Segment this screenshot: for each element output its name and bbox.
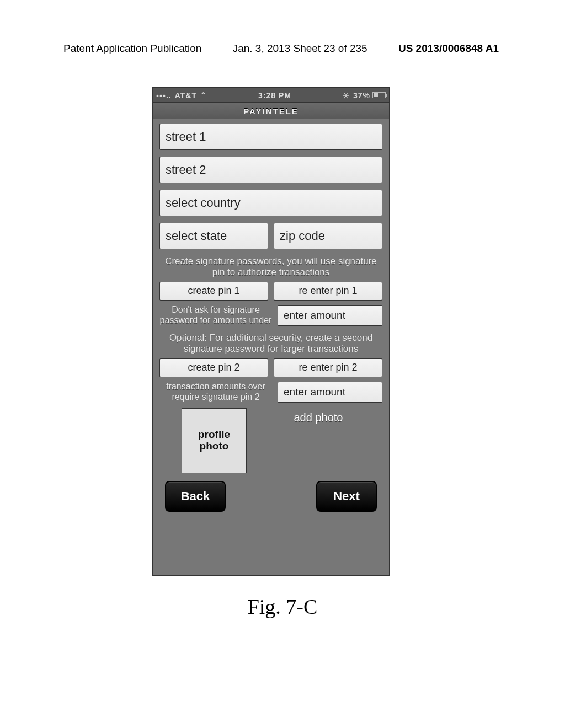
figure-caption: Fig. 7-C [0,595,565,619]
add-photo-label: add photo [294,411,343,424]
pin2-over-label: transaction amounts over require signatu… [159,382,272,402]
country-select[interactable]: select country [159,190,382,216]
patent-header-right: US 2013/0006848 A1 [398,42,499,55]
pin2-over-amount-placeholder: enter amount [284,386,345,398]
wifi-icon: ⌃ [200,91,207,99]
state-select[interactable]: select state [159,223,268,249]
carrier-label: AT&T [175,91,197,100]
patent-header-center: Jan. 3, 2013 Sheet 23 of 235 [233,42,367,55]
bluetooth-icon: ⚹ [343,90,350,100]
pin1-help-text: Create signature passwords, you will use… [159,255,382,282]
app-title-bar: PAYINTELE [153,103,389,119]
create-pin2-placeholder: create pin 2 [188,362,239,373]
form-content: street 1 street 2 select country select … [153,119,389,518]
status-bar-right: ⚹ 37% [343,90,386,100]
reenter-pin2-placeholder: re enter pin 2 [299,362,357,373]
next-button[interactable]: Next [316,481,377,512]
status-bar-left: ▪▪▪.. AT&T ⌃ [156,91,207,100]
pin2-help-text: Optional: For additional security, creat… [159,331,382,358]
app-title: PAYINTELE [243,106,299,116]
patent-header-left: Patent Application Publication [63,42,201,55]
create-pin1-input[interactable]: create pin 1 [159,282,268,301]
add-photo-button[interactable]: add photo [254,408,382,424]
battery-pct: 37% [353,91,370,100]
battery-icon [372,92,386,98]
street1-placeholder: street 1 [166,130,206,144]
next-button-label: Next [333,489,360,504]
status-bar: ▪▪▪.. AT&T ⌃ 3:28 PM ⚹ 37% [153,88,389,103]
profile-photo-box[interactable]: profile photo [182,408,247,473]
status-time: 3:28 PM [258,91,291,100]
signal-bars-icon: ▪▪▪.. [156,91,172,100]
profile-photo-label: profile photo [182,429,246,452]
street2-input[interactable]: street 2 [159,157,382,183]
create-pin2-input[interactable]: create pin 2 [159,358,268,377]
state-placeholder: select state [166,229,227,243]
zip-placeholder: zip code [280,229,325,243]
street2-placeholder: street 2 [166,163,206,177]
pin1-under-amount-input[interactable]: enter amount [278,305,382,326]
pin1-under-amount-placeholder: enter amount [284,309,345,322]
create-pin1-placeholder: create pin 1 [188,285,239,297]
patent-header: Patent Application Publication Jan. 3, 2… [0,42,565,55]
street1-input[interactable]: street 1 [159,124,382,150]
country-placeholder: select country [166,196,241,210]
phone-frame: ▪▪▪.. AT&T ⌃ 3:28 PM ⚹ 37% PAYINTELE str… [152,87,390,576]
pin1-under-label: Don't ask for signature password for amo… [159,305,272,325]
reenter-pin1-input[interactable]: re enter pin 1 [274,282,382,301]
pin2-over-amount-input[interactable]: enter amount [278,382,382,403]
reenter-pin1-placeholder: re enter pin 1 [299,285,357,297]
back-button-label: Back [181,489,210,504]
reenter-pin2-input[interactable]: re enter pin 2 [274,358,382,377]
zip-input[interactable]: zip code [274,223,382,249]
back-button[interactable]: Back [165,481,226,512]
